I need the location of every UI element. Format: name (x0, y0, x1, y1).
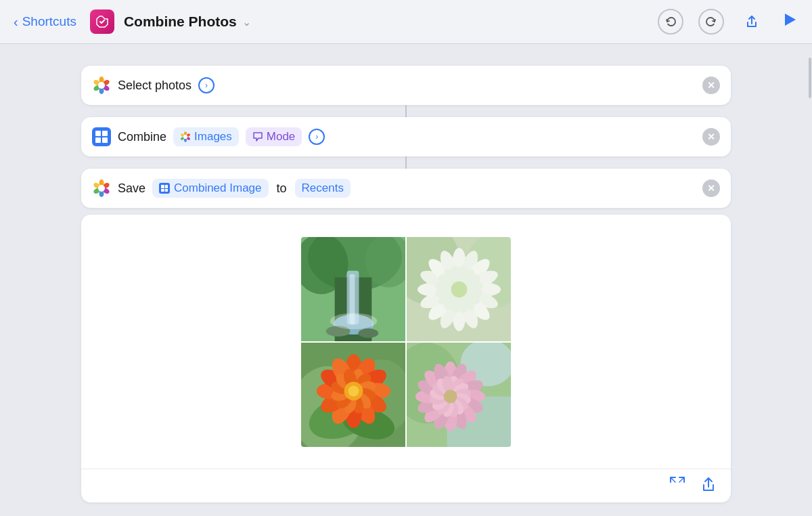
svg-point-8 (98, 82, 105, 89)
preview-inner (81, 215, 731, 469)
zinnia-svg (301, 343, 405, 447)
card-1-wrapper: Select photos › ✕ (81, 66, 731, 105)
page-title: Combine Photos (124, 14, 237, 30)
share-button[interactable] (739, 9, 765, 35)
select-photos-card: Select photos › ✕ (81, 66, 731, 105)
navbar: ‹ Shortcuts Combine Photos ⌄ (0, 0, 812, 44)
combine-chevron[interactable]: › (309, 129, 325, 145)
undo-button[interactable] (658, 9, 683, 35)
save-inner: Save Combined Image to Recents (92, 169, 702, 207)
preview-share-icon (700, 475, 717, 493)
expand-icon (669, 475, 686, 493)
card-3-wrapper: Save Combined Image to Recents (81, 169, 731, 208)
dahlia-white-svg (407, 237, 511, 341)
redo-button[interactable] (698, 9, 724, 35)
run-icon (780, 10, 798, 29)
app-icon (90, 9, 114, 34)
run-button[interactable] (780, 10, 798, 34)
preview-footer (81, 469, 731, 502)
save-photos-icon (92, 179, 111, 198)
scrollbar-thumb[interactable] (809, 58, 811, 98)
share-icon (744, 14, 759, 29)
images-token-icon (180, 131, 191, 142)
title-dropdown-icon[interactable]: ⌄ (242, 16, 251, 28)
mode-token[interactable]: Mode (246, 127, 302, 146)
photo-waterfall (301, 237, 405, 341)
select-photos-chevron[interactable]: › (198, 77, 215, 93)
svg-point-12 (184, 138, 187, 142)
combined-image-grid (301, 237, 511, 447)
svg-point-138 (444, 389, 457, 403)
select-photos-close[interactable]: ✕ (702, 77, 720, 94)
connector-1 (405, 105, 407, 117)
back-button[interactable]: ‹ Shortcuts (14, 14, 76, 30)
combined-image-label: Combined Image (174, 181, 261, 195)
svg-point-15 (183, 135, 187, 139)
combine-close[interactable]: ✕ (702, 128, 720, 146)
main-content: Select photos › ✕ Combine (0, 44, 812, 516)
recents-token[interactable]: Recents (295, 179, 351, 198)
svg-point-9 (184, 131, 187, 135)
grid-cell-4 (102, 137, 108, 143)
photo-dahlia-pink (407, 343, 511, 447)
waterfall-svg (301, 237, 405, 341)
scrollbar-track[interactable] (808, 44, 812, 516)
save-card: Save Combined Image to Recents (81, 169, 731, 208)
dahlia-pink-svg (407, 343, 511, 447)
connector-2 (405, 156, 407, 169)
svg-point-23 (98, 185, 105, 192)
redo-icon (704, 15, 718, 28)
svg-marker-0 (785, 14, 796, 26)
grid-cell-1 (95, 131, 101, 136)
combine-label: Combine (118, 130, 166, 144)
mode-token-icon (252, 131, 263, 142)
photos-icon (92, 76, 111, 95)
svg-point-34 (330, 313, 378, 329)
save-label: Save (118, 181, 145, 196)
photo-dahlia-white (407, 237, 511, 341)
undo-icon (664, 15, 677, 28)
title-area: Combine Photos ⌄ (124, 14, 251, 30)
images-token[interactable]: Images (173, 127, 239, 146)
back-chevron-icon: ‹ (14, 14, 18, 30)
images-token-label: Images (194, 130, 232, 144)
svg-line-140 (679, 477, 684, 482)
mode-token-label: Mode (267, 130, 296, 144)
card-2-wrapper: Combine Images (81, 117, 731, 156)
nav-right (658, 9, 798, 35)
save-close[interactable]: ✕ (702, 179, 720, 197)
expand-button[interactable] (669, 475, 686, 496)
preview-card-wrapper (81, 215, 731, 502)
combine-grid-icon (92, 127, 111, 146)
combined-image-token[interactable]: Combined Image (152, 179, 268, 198)
photo-zinnia (301, 343, 405, 447)
combine-card: Combine Images (81, 117, 731, 156)
svg-line-139 (671, 477, 675, 482)
select-photos-label: Select photos (118, 79, 191, 93)
select-photos-inner: Select photos › (92, 66, 702, 104)
nav-left: ‹ Shortcuts Combine Photos ⌄ (14, 9, 251, 34)
preview-share-button[interactable] (700, 475, 717, 496)
shortcuts-label[interactable]: Shortcuts (22, 14, 76, 29)
svg-point-33 (358, 328, 378, 338)
shortcuts-app-svg (95, 14, 110, 29)
svg-point-101 (348, 385, 359, 396)
to-label: to (277, 181, 287, 196)
svg-point-70 (451, 281, 468, 297)
grid-cell-2 (102, 131, 108, 136)
combine-inner: Combine Images (92, 118, 702, 156)
recents-label: Recents (302, 181, 344, 195)
preview-card (81, 215, 731, 502)
grid-cell-3 (95, 137, 101, 143)
